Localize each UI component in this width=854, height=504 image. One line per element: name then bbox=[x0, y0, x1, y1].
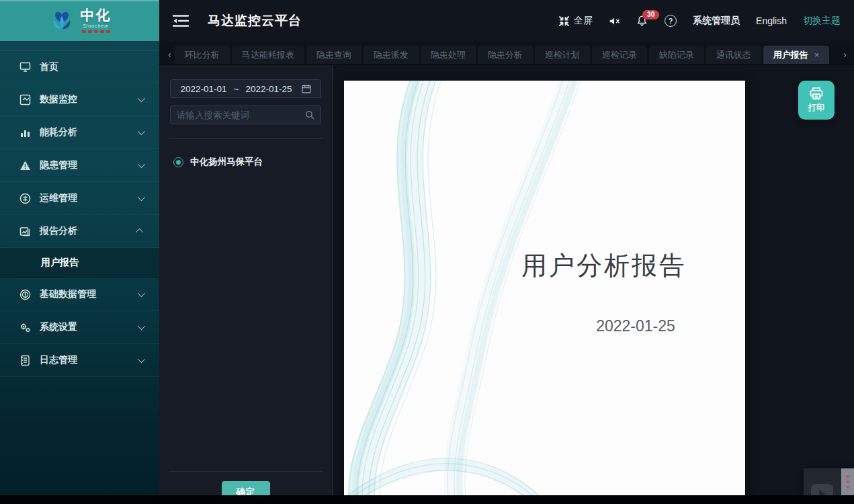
sidebar-item-label: 数据监控 bbox=[40, 93, 129, 106]
tab-motor-energy-report[interactable]: 马达能耗报表 bbox=[232, 46, 304, 64]
app-window: 中化 Sinochem 首页 数据监控 bbox=[0, 0, 854, 504]
brand-logo: 中化 Sinochem bbox=[0, 0, 159, 42]
platform-radio-option[interactable]: 中化扬州马保平台 bbox=[173, 156, 321, 168]
log-document-icon bbox=[19, 355, 31, 366]
chevron-down-icon bbox=[138, 355, 145, 363]
chevron-down-icon bbox=[138, 323, 145, 330]
tab-hazard-analysis[interactable]: 隐患分析 bbox=[478, 46, 533, 64]
sidebar-subitem-label: 用户报告 bbox=[41, 257, 79, 269]
chevron-down-icon bbox=[138, 194, 145, 201]
sidebar-item-label: 首页 bbox=[40, 61, 143, 73]
date-range-picker[interactable]: 2022-01-01 ~ 2022-01-25 bbox=[170, 79, 321, 98]
tab-user-report[interactable]: 用户报告 × bbox=[763, 46, 830, 64]
sidebar-item-log-management[interactable]: 日志管理 bbox=[0, 344, 159, 377]
sidebar-item-label: 日志管理 bbox=[40, 354, 129, 366]
header-actions: 全屏 30 ? 系统管理员 English 切换主题 bbox=[558, 15, 841, 28]
tab-scroll-left[interactable]: ‹ bbox=[165, 49, 175, 64]
mute-speaker-icon[interactable] bbox=[609, 15, 620, 27]
report-date: 2022-01-25 bbox=[535, 317, 736, 335]
brand-subname: Sinochem bbox=[83, 24, 109, 28]
chevron-down-icon bbox=[138, 161, 145, 168]
data-monitor-icon bbox=[19, 94, 31, 106]
print-button[interactable]: 打印 bbox=[798, 81, 835, 120]
report-chart-icon bbox=[19, 226, 31, 237]
floating-video-widget[interactable] bbox=[804, 468, 854, 495]
tab-hazard-dispatch[interactable]: 隐患派发 bbox=[364, 46, 419, 64]
language-switch[interactable]: English bbox=[756, 15, 787, 26]
sidebar-subitem-user-report[interactable]: 用户报告 bbox=[0, 248, 159, 278]
gears-icon bbox=[19, 322, 31, 333]
printer-icon bbox=[809, 87, 824, 100]
radio-selected-icon bbox=[173, 157, 183, 167]
sidebar-item-ops-management[interactable]: 运维管理 bbox=[0, 182, 159, 215]
page-title: 马达监控云平台 bbox=[208, 12, 302, 30]
print-label: 打印 bbox=[808, 102, 824, 114]
sidebar-item-label: 隐患管理 bbox=[40, 159, 129, 171]
brand-name: 中化 bbox=[81, 8, 112, 22]
video-widget-handle[interactable] bbox=[841, 468, 854, 495]
sidebar-item-energy-analysis[interactable]: 能耗分析 bbox=[0, 116, 159, 149]
calendar-icon bbox=[302, 84, 311, 93]
notification-badge: 30 bbox=[642, 10, 659, 19]
decorative-waves bbox=[344, 81, 745, 504]
tab-comm-status[interactable]: 通讯状态 bbox=[706, 46, 761, 64]
sidebar-item-base-data[interactable]: 基础数据管理 bbox=[0, 278, 159, 311]
home-monitor-icon bbox=[19, 61, 31, 73]
collapse-sidebar-icon[interactable] bbox=[172, 13, 189, 28]
sidebar-item-system-settings[interactable]: 系统设置 bbox=[0, 311, 159, 344]
date-separator: ~ bbox=[234, 84, 239, 94]
fullscreen-button[interactable]: 全屏 bbox=[558, 15, 593, 27]
report-title: 用户分析报告 bbox=[503, 249, 705, 283]
chevron-down-icon bbox=[138, 95, 145, 102]
warning-triangle-icon bbox=[19, 160, 31, 171]
base-data-icon bbox=[19, 289, 31, 300]
report-page: 用户分析报告 2022-01-25 bbox=[344, 81, 745, 504]
tab-bar: ‹ 环比分析 马达能耗报表 隐患查询 隐患派发 隐患处理 隐患分析 巡检计划 巡… bbox=[159, 42, 854, 65]
date-start-value: 2022-01-01 bbox=[180, 84, 226, 94]
tab-list: 环比分析 马达能耗报表 隐患查询 隐患派发 隐患处理 隐患分析 巡检计划 巡检记… bbox=[175, 46, 841, 64]
sidebar-item-label: 运维管理 bbox=[40, 192, 129, 204]
sidebar-item-label: 能耗分析 bbox=[40, 126, 129, 138]
notifications-button[interactable]: 30 bbox=[636, 15, 648, 28]
tab-hazard-handling[interactable]: 隐患处理 bbox=[421, 46, 476, 64]
search-icon[interactable] bbox=[305, 110, 314, 120]
report-viewer: 用户分析报告 2022-01-25 打印 bbox=[333, 65, 854, 504]
sidebar-item-hazard-management[interactable]: 隐患管理 bbox=[0, 149, 159, 182]
tab-inspection-plan[interactable]: 巡检计划 bbox=[535, 46, 590, 64]
user-menu[interactable]: 系统管理员 bbox=[693, 15, 740, 27]
tab-scroll-right[interactable]: › bbox=[840, 49, 850, 64]
top-header: 马达监控云平台 全屏 30 ? bbox=[159, 0, 854, 42]
sidebar-item-label: 基础数据管理 bbox=[40, 288, 129, 300]
close-tab-icon[interactable]: × bbox=[814, 50, 820, 60]
sidebar: 中化 Sinochem 首页 数据监控 bbox=[0, 0, 159, 504]
chevron-down-icon bbox=[138, 290, 145, 297]
theme-switch-link[interactable]: 切换主题 bbox=[803, 15, 841, 27]
tab-huanbi-analysis[interactable]: 环比分析 bbox=[175, 46, 230, 64]
date-end-value: 2022-01-25 bbox=[245, 84, 292, 94]
sidebar-item-label: 报告分析 bbox=[40, 225, 129, 237]
fullscreen-label: 全屏 bbox=[574, 15, 593, 27]
sidebar-menu: 首页 数据监控 能耗分析 隐患管理 bbox=[0, 42, 159, 377]
panel-divider bbox=[169, 138, 323, 139]
chevron-up-icon bbox=[136, 228, 143, 236]
search-input[interactable] bbox=[177, 110, 305, 120]
content-area: 2022-01-01 ~ 2022-01-25 中化扬州马保 bbox=[159, 65, 854, 504]
sidebar-item-data-monitor[interactable]: 数据监控 bbox=[0, 83, 159, 116]
chevron-down-icon bbox=[138, 128, 145, 135]
filter-panel: 2022-01-01 ~ 2022-01-25 中化扬州马保 bbox=[159, 65, 333, 504]
tab-defect-record[interactable]: 缺陷记录 bbox=[649, 46, 704, 64]
bar-chart-icon bbox=[19, 127, 31, 138]
tab-hazard-query[interactable]: 隐患查询 bbox=[306, 46, 361, 64]
lotus-logo-icon bbox=[48, 9, 75, 32]
brand-decoration bbox=[82, 30, 110, 33]
sidebar-item-report-analysis[interactable]: 报告分析 bbox=[0, 215, 159, 248]
platform-option-label: 中化扬州马保平台 bbox=[190, 156, 263, 168]
fullscreen-icon bbox=[558, 15, 570, 27]
bottom-letterbox-bar bbox=[0, 495, 854, 504]
search-box bbox=[170, 106, 321, 124]
tab-inspection-record[interactable]: 巡检记录 bbox=[592, 46, 647, 64]
sidebar-item-label: 系统设置 bbox=[40, 321, 129, 333]
sidebar-item-home[interactable]: 首页 bbox=[0, 50, 159, 83]
panel-divider bbox=[169, 471, 323, 472]
help-icon[interactable]: ? bbox=[665, 15, 677, 27]
